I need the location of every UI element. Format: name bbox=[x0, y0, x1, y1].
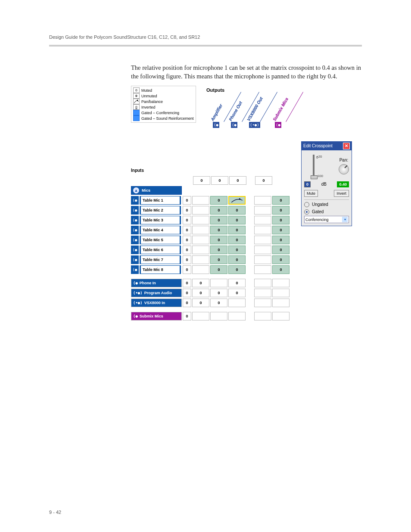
matrix-crosspoint[interactable] bbox=[254, 255, 271, 264]
matrix-crosspoint[interactable]: 0 bbox=[210, 216, 227, 224]
matrix-crosspoint[interactable]: 0 bbox=[210, 255, 227, 264]
input-row-table-mic-6[interactable]: Table Mic 6 bbox=[140, 246, 181, 254]
matrix-crosspoint[interactable] bbox=[192, 246, 209, 254]
matrix-crosspoint[interactable]: 0 bbox=[228, 236, 246, 244]
mics-group-header[interactable]: ▲ Mics bbox=[131, 186, 182, 195]
input-row-table-mic-4[interactable]: Table Mic 4 bbox=[140, 226, 181, 234]
matrix-crosspoint[interactable] bbox=[192, 226, 209, 234]
output-fader[interactable]: 0 bbox=[255, 176, 272, 185]
matrix-crosspoint[interactable]: 0 bbox=[272, 236, 290, 244]
gain-slider[interactable]: +20 0 -100 bbox=[304, 153, 323, 179]
matrix-crosspoint[interactable] bbox=[272, 289, 290, 297]
input-row-table-mic-1[interactable]: Table Mic 1 bbox=[140, 196, 181, 205]
matrix-crosspoint[interactable] bbox=[254, 226, 271, 234]
pan-value[interactable]: 0.40 bbox=[337, 181, 349, 187]
radio-ungated[interactable]: Ungated bbox=[304, 202, 349, 208]
collapse-icon[interactable]: ▲ bbox=[133, 187, 139, 193]
input-fader[interactable]: 0 bbox=[183, 206, 191, 215]
matrix-crosspoint[interactable] bbox=[272, 279, 290, 287]
input-row-table-mic-7[interactable]: Table Mic 7 bbox=[140, 255, 181, 264]
matrix-crosspoint[interactable]: 0 bbox=[272, 255, 290, 264]
matrix-crosspoint[interactable] bbox=[254, 265, 271, 274]
matrix-crosspoint[interactable] bbox=[254, 312, 271, 320]
matrix-crosspoint[interactable]: 0 bbox=[272, 246, 290, 254]
matrix-crosspoint[interactable]: 0 bbox=[272, 226, 290, 234]
input-fader[interactable]: 0 bbox=[183, 255, 191, 264]
matrix-crosspoint[interactable]: 0 bbox=[228, 255, 246, 264]
matrix-crosspoint[interactable]: 0 bbox=[192, 299, 209, 307]
input-row-table-mic-5[interactable]: Table Mic 5 bbox=[140, 236, 181, 244]
matrix-crosspoint[interactable] bbox=[272, 312, 290, 320]
pan-knob[interactable] bbox=[339, 164, 349, 174]
matrix-crosspoint[interactable] bbox=[192, 265, 209, 274]
matrix-crosspoint[interactable] bbox=[254, 196, 271, 205]
gain-value[interactable]: 0 bbox=[304, 181, 311, 187]
input-row-table-mic-2[interactable]: Table Mic 2 bbox=[140, 206, 181, 215]
matrix-crosspoint[interactable]: 0 bbox=[228, 226, 246, 234]
invert-button[interactable]: Invert bbox=[334, 190, 349, 197]
output-fader[interactable]: 0 bbox=[193, 176, 210, 185]
matrix-crosspoint[interactable]: 0 bbox=[210, 196, 227, 205]
input-row-program-audio[interactable]: (•●)Program Audio bbox=[131, 289, 182, 297]
input-fader[interactable]: 0 bbox=[183, 226, 191, 234]
matrix-crosspoint[interactable]: 0 bbox=[210, 236, 227, 244]
matrix-crosspoint[interactable] bbox=[254, 206, 271, 215]
matrix-crosspoint[interactable]: 0 bbox=[228, 289, 246, 297]
gating-type-select[interactable]: Conferencing ▾ bbox=[304, 216, 349, 223]
matrix-crosspoint[interactable] bbox=[192, 255, 209, 264]
chevron-down-icon[interactable]: ▾ bbox=[342, 217, 348, 222]
matrix-crosspoint[interactable]: 0 bbox=[272, 265, 290, 274]
matrix-crosspoint[interactable] bbox=[192, 312, 209, 320]
matrix-crosspoint[interactable]: 0 bbox=[210, 246, 227, 254]
matrix-crosspoint[interactable] bbox=[192, 206, 209, 215]
matrix-crosspoint[interactable] bbox=[192, 216, 209, 224]
input-fader[interactable]: 0 bbox=[183, 246, 191, 254]
matrix-crosspoint[interactable] bbox=[210, 279, 227, 287]
matrix-crosspoint[interactable] bbox=[254, 289, 271, 297]
matrix-crosspoint[interactable]: 0 bbox=[272, 216, 290, 224]
output-fader[interactable]: 0 bbox=[211, 176, 228, 185]
matrix-crosspoint[interactable] bbox=[228, 312, 246, 320]
matrix-crosspoint[interactable]: 0 bbox=[192, 289, 209, 297]
close-icon[interactable]: ✕ bbox=[343, 143, 350, 149]
matrix-crosspoint[interactable] bbox=[272, 299, 290, 307]
matrix-crosspoint[interactable] bbox=[228, 196, 246, 205]
input-row-submix-mics[interactable]: (●Submix Mics bbox=[131, 312, 182, 320]
matrix-crosspoint[interactable] bbox=[254, 246, 271, 254]
input-fader[interactable]: 0 bbox=[183, 299, 191, 307]
matrix-crosspoint[interactable]: 0 bbox=[210, 206, 227, 215]
input-fader[interactable]: 0 bbox=[183, 196, 191, 205]
matrix-crosspoint[interactable]: 0 bbox=[192, 279, 209, 287]
input-fader[interactable]: 0 bbox=[183, 289, 191, 297]
output-col-submix-mics[interactable]: Submix Mics bbox=[271, 96, 290, 122]
matrix-crosspoint[interactable] bbox=[254, 216, 271, 224]
input-fader[interactable]: 0 bbox=[183, 265, 191, 274]
mute-button[interactable]: Mute bbox=[304, 190, 318, 197]
input-fader[interactable]: 0 bbox=[183, 216, 191, 224]
matrix-crosspoint[interactable]: 0 bbox=[228, 279, 246, 287]
matrix-crosspoint[interactable]: 0 bbox=[210, 226, 227, 234]
matrix-crosspoint[interactable]: 0 bbox=[228, 265, 246, 274]
matrix-crosspoint[interactable]: 0 bbox=[272, 196, 290, 205]
matrix-crosspoint[interactable] bbox=[254, 279, 271, 287]
matrix-crosspoint[interactable]: 0 bbox=[228, 216, 246, 224]
output-col-vsx8000-out[interactable]: VSX8000 Out bbox=[246, 96, 264, 122]
matrix-crosspoint[interactable] bbox=[254, 299, 271, 307]
input-fader[interactable]: 0 bbox=[183, 312, 191, 320]
matrix-crosspoint[interactable]: 0 bbox=[210, 299, 227, 307]
matrix-crosspoint[interactable] bbox=[192, 196, 209, 205]
input-row-table-mic-3[interactable]: Table Mic 3 bbox=[140, 216, 181, 224]
matrix-crosspoint[interactable]: 0 bbox=[210, 265, 227, 274]
input-row-vsx8000-in[interactable]: (•●)VSX8000 In bbox=[131, 299, 182, 307]
output-fader[interactable]: 0 bbox=[229, 176, 246, 185]
matrix-crosspoint[interactable]: 0 bbox=[228, 246, 246, 254]
matrix-crosspoint[interactable] bbox=[254, 236, 271, 244]
matrix-crosspoint[interactable] bbox=[228, 299, 246, 307]
matrix-crosspoint[interactable]: 0 bbox=[210, 289, 227, 297]
input-fader[interactable]: 0 bbox=[183, 236, 191, 244]
radio-gated[interactable]: Gated bbox=[304, 209, 349, 215]
matrix-crosspoint[interactable] bbox=[210, 312, 227, 320]
input-row-phone-in[interactable]: (●Phone In bbox=[131, 279, 182, 287]
matrix-crosspoint[interactable]: 0 bbox=[272, 206, 290, 215]
matrix-crosspoint[interactable]: 0 bbox=[228, 206, 246, 215]
